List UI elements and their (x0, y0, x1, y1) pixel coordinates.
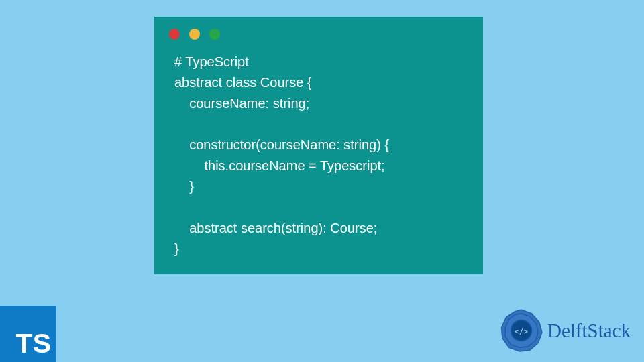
minimize-icon (189, 29, 200, 40)
code-content: # TypeScript abstract class Course { cou… (157, 45, 480, 259)
close-icon (169, 29, 180, 40)
delftstack-brand: </> DelftStack (498, 307, 631, 354)
delftstack-logo-icon: </> (498, 307, 545, 354)
code-window: # TypeScript abstract class Course { cou… (154, 17, 483, 274)
typescript-logo-text: TS (16, 328, 51, 359)
svg-text:</>: </> (515, 327, 528, 336)
maximize-icon (209, 29, 220, 40)
window-titlebar (157, 19, 480, 45)
delftstack-brand-text: DelftStack (547, 320, 631, 342)
typescript-logo: TS (0, 306, 56, 362)
